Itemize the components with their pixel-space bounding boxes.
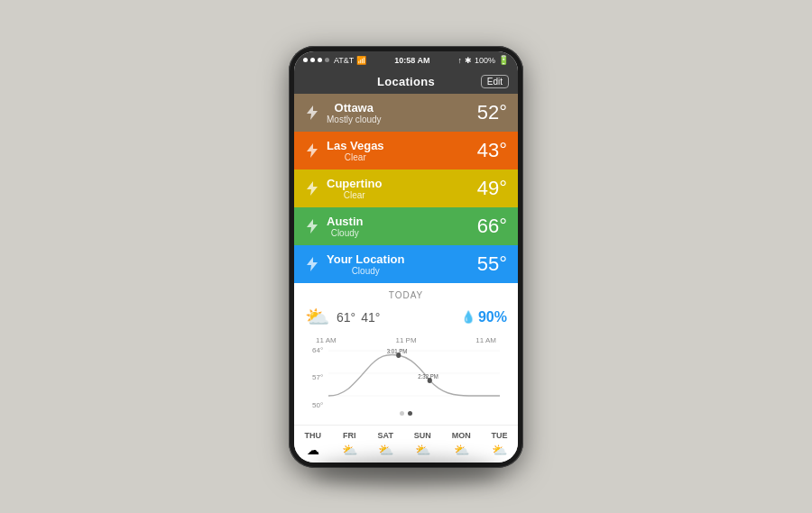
location-row-yourlocation[interactable]: Your Location Cloudy 55°	[294, 245, 518, 283]
location-condition-yourlocation: Cloudy	[327, 266, 404, 276]
status-time: 10:58 AM	[394, 56, 429, 65]
location-temp-ottawa: 52°	[477, 101, 507, 124]
today-label: TODAY	[305, 290, 507, 300]
svg-marker-4	[307, 257, 318, 271]
signal-dot-2	[310, 58, 315, 62]
phone-screen: AT&T 📶 10:58 AM ↑ ✱ 100% 🔋 Locations Edi…	[294, 51, 518, 463]
svg-marker-1	[307, 143, 318, 158]
y-axis-labels: 64° 57° 50°	[312, 346, 323, 409]
location-condition-ottawa: Mostly cloudy	[327, 115, 382, 124]
day-col-thu: THU ☁	[304, 431, 321, 457]
phone-wrapper: AT&T 📶 10:58 AM ↑ ✱ 100% 🔋 Locations Edi…	[289, 46, 523, 468]
location-row-lasvegas[interactable]: Las Vegas Clear 43°	[294, 132, 518, 169]
location-row-ottawa[interactable]: Ottawa Mostly cloudy 52°	[294, 94, 518, 132]
day-label-sun: SUN	[414, 431, 431, 440]
svg-text:2:32 PM: 2:32 PM	[418, 372, 438, 379]
day-label-tue: TUE	[492, 431, 508, 440]
chart-label-11am2: 11 AM	[475, 336, 496, 344]
chart-area: 11 AM 11 PM 11 AM 64° 57° 50°	[305, 336, 507, 417]
weekly-days: THU ☁ FRI ⛅ SAT ⛅ SUN ⛅	[294, 431, 518, 457]
location-row-cupertino[interactable]: Cupertino Clear 49°	[294, 169, 518, 207]
day-col-sun: SUN ⛅	[414, 431, 431, 457]
chart-dot-1	[400, 411, 404, 416]
lightning-icon-lv	[305, 143, 319, 158]
location-condition-lasvegas: Clear	[327, 152, 384, 162]
today-top: ⛅ 61° 41° 💧 90%	[305, 306, 507, 329]
day-icon-thu: ☁	[307, 443, 319, 457]
svg-text:3:01 PM: 3:01 PM	[387, 347, 407, 353]
day-icon-sun: ⛅	[415, 443, 430, 457]
day-icon-tue: ⛅	[492, 443, 507, 457]
today-rain: 💧 90%	[461, 309, 507, 325]
location-name-yourlocation: Your Location	[327, 252, 404, 266]
signal-dot-3	[318, 58, 322, 62]
today-temps: 61° 41°	[337, 310, 380, 325]
svg-marker-0	[307, 105, 318, 120]
wifi-icon: 📶	[356, 56, 366, 65]
chart-labels-x: 11 AM 11 PM 11 AM	[312, 336, 500, 344]
location-temp-yourlocation: 55°	[477, 252, 507, 276]
signal-dot-1	[303, 58, 308, 62]
location-temp-cupertino: 49°	[477, 177, 507, 200]
location-temp-lasvegas: 43°	[477, 139, 507, 162]
chart-label-11am: 11 AM	[316, 336, 337, 344]
lightning-icon-aus	[305, 219, 319, 234]
rain-percent: 90%	[478, 309, 507, 325]
day-label-fri: FRI	[343, 431, 356, 440]
signal-dot-4	[325, 58, 329, 62]
day-icon-sat: ⛅	[378, 443, 393, 457]
day-col-mon: MON ⛅	[452, 431, 471, 457]
lightning-icon	[305, 105, 319, 120]
status-bar: AT&T 📶 10:58 AM ↑ ✱ 100% 🔋	[294, 51, 518, 69]
svg-marker-2	[307, 181, 318, 196]
lightning-icon-cup	[305, 181, 319, 196]
location-condition-austin: Cloudy	[327, 228, 363, 238]
chart-svg-container: 64° 57° 50°	[312, 346, 500, 409]
day-icon-fri: ⛅	[342, 443, 357, 457]
edit-button[interactable]: Edit	[481, 75, 509, 88]
location-name-cupertino: Cupertino	[327, 177, 382, 190]
location-name-austin: Austin	[327, 215, 363, 228]
battery-icon: 🔋	[498, 55, 509, 65]
status-right: ↑ ✱ 100% 🔋	[457, 55, 509, 65]
temperature-chart: 3:01 PM 2:32 PM	[328, 346, 500, 409]
y-label-57: 57°	[312, 373, 323, 381]
today-low: 41°	[361, 310, 380, 325]
carrier-label: AT&T	[334, 56, 354, 65]
today-section: TODAY ⛅ 61° 41° 💧 90% 11 AM	[294, 283, 518, 425]
today-high: 61°	[337, 310, 355, 325]
y-label-50: 50°	[312, 401, 323, 409]
location-name-lasvegas: Las Vegas	[327, 139, 384, 152]
location-temp-austin: 66°	[477, 215, 507, 238]
rain-drop-icon: 💧	[461, 310, 475, 324]
weekly-section: THU ☁ FRI ⛅ SAT ⛅ SUN ⛅	[294, 425, 518, 463]
location-row-austin[interactable]: Austin Cloudy 66°	[294, 207, 518, 245]
chart-label-11pm: 11 PM	[395, 336, 416, 344]
location-condition-cupertino: Clear	[327, 190, 382, 200]
battery-label: 100%	[475, 56, 495, 65]
day-col-sat: SAT ⛅	[378, 431, 393, 457]
day-col-tue: TUE ⛅	[492, 431, 508, 457]
lightning-icon-loc	[305, 257, 319, 271]
day-label-thu: THU	[304, 431, 321, 440]
svg-marker-3	[307, 219, 318, 234]
bluetooth-icon: ✱	[465, 56, 472, 65]
cloud-sun-icon: ⛅	[305, 306, 329, 329]
day-icon-mon: ⛅	[454, 443, 469, 457]
chart-pagination-dots	[312, 411, 500, 416]
location-name-ottawa: Ottawa	[327, 101, 382, 115]
locations-title: Locations	[377, 75, 435, 88]
day-label-sat: SAT	[378, 431, 393, 440]
day-label-mon: MON	[452, 431, 471, 440]
day-col-fri: FRI ⛅	[342, 431, 357, 457]
y-label-64: 64°	[312, 346, 323, 354]
locations-header: Locations Edit	[294, 69, 518, 94]
phone-frame: AT&T 📶 10:58 AM ↑ ✱ 100% 🔋 Locations Edi…	[289, 46, 523, 468]
chart-dot-2	[408, 411, 412, 416]
location-icon: ↑	[457, 56, 462, 65]
status-left: AT&T 📶	[303, 56, 366, 65]
